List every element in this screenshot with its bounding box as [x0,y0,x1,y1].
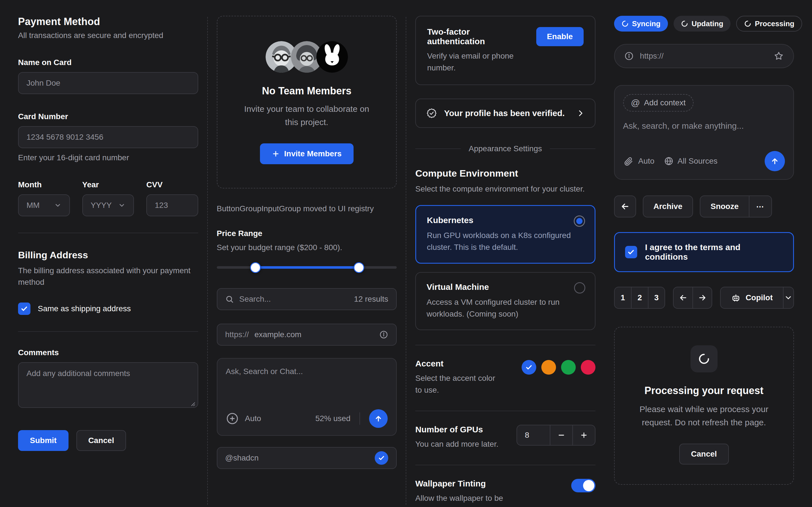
chat-usage-label: 52% used [315,414,350,423]
submit-button[interactable]: Submit [18,430,68,451]
plus-circle-icon[interactable] [226,412,239,425]
divider [415,411,596,411]
gpu-stepper: 8 [516,425,596,446]
arrow-right-icon [698,293,707,302]
search-results-count: 12 results [354,295,388,304]
accent-swatch-green[interactable] [561,360,576,375]
price-range-desc: Set your budget range ($200 - 800). [217,243,397,252]
info-icon[interactable] [379,330,388,339]
archive-button[interactable]: Archive [644,196,693,217]
paperclip-icon[interactable] [623,156,633,166]
enable-2fa-button[interactable]: Enable [536,27,583,46]
add-context-button[interactable]: @ Add context [623,94,694,112]
profile-verified-text: Your profile has been verified. [444,108,569,118]
prev-page-button[interactable] [673,287,693,308]
divider [415,345,596,345]
chat-input-card[interactable]: Ask, Search or Chat... Auto 52% used [217,358,397,436]
profile-verified-card[interactable]: Your profile has been verified. [415,99,596,128]
url-value: example.com [255,330,373,339]
gpu-decrement-button[interactable] [550,425,572,445]
accent-swatch-red[interactable] [581,360,596,375]
year-label: Year [82,180,134,189]
at-sign-icon: @ [631,98,640,108]
name-on-card-label: Name on Card [18,58,198,67]
comments-label: Comments [18,348,198,357]
copilot-dropdown-button[interactable] [783,287,794,308]
search-placeholder: Search... [239,295,349,304]
gpu-increment-button[interactable] [572,425,595,445]
invite-members-button[interactable]: Invite Members [260,144,354,164]
compute-environment-title: Compute Environment [415,168,596,179]
back-button[interactable] [614,195,636,217]
cancel-button[interactable]: Cancel [77,430,126,451]
month-select[interactable]: MM [18,194,70,216]
card-number-hint: Enter your 16-digit card number [18,153,198,162]
page-3-button[interactable]: 3 [648,287,665,308]
divider [18,233,198,233]
gpu-value[interactable]: 8 [517,425,550,445]
divider [415,465,596,465]
minus-icon [557,431,565,439]
resize-handle-icon[interactable] [189,400,195,406]
search-field[interactable]: Search... 12 results [217,288,397,310]
slider-thumb-max[interactable] [354,262,364,273]
page-1-button[interactable]: 1 [615,287,631,308]
accent-swatch-blue[interactable] [522,360,536,375]
ai-composer-card[interactable]: @ Add context Ask, search, or make anyth… [614,85,794,180]
more-options-button[interactable]: ⋯ [749,196,771,217]
mail-actions-row: Archive Snooze ⋯ [614,195,794,217]
wallpaper-tint-toggle[interactable] [571,479,596,492]
send-button[interactable] [765,151,785,171]
url-field[interactable]: https:// example.com [217,324,397,346]
info-icon[interactable] [624,51,634,61]
terms-checkbox[interactable] [625,246,637,258]
terms-agreement-card[interactable]: I agree to the terms and conditions [614,232,794,272]
page-2-button[interactable]: 2 [631,287,648,308]
empty-team-card: No Team Members Invite your team to coll… [217,16,397,188]
plus-icon [272,150,280,158]
composer-auto-label[interactable]: Auto [638,157,655,166]
snooze-button[interactable]: Snooze [700,196,749,217]
username-field[interactable]: @shadcn [217,447,397,469]
copilot-button[interactable]: Copilot [721,287,783,308]
comments-textarea[interactable] [18,362,198,408]
send-button[interactable] [369,409,388,428]
year-select[interactable]: YYYY [82,194,134,216]
settings-column: Two-factor authentication Verify via ema… [415,16,596,507]
payment-subtitle: All transactions are secure and encrypte… [18,31,198,40]
updating-badge: Updating [673,16,731,32]
badge-check-icon [426,108,437,119]
cvv-input[interactable] [146,194,198,216]
accent-swatch-orange[interactable] [541,360,556,375]
wallpaper-tint-label: Wallpaper Tinting [415,479,517,489]
page-number-group: 1 2 3 [614,287,665,309]
same-address-checkbox[interactable] [18,302,31,315]
star-icon[interactable] [774,51,784,61]
spinner-icon [621,20,629,27]
check-icon [20,305,28,313]
slider-thumb-min[interactable] [250,262,261,273]
billing-address-title: Billing Address [18,249,198,261]
gpu-label: Number of GPUs [415,425,499,434]
chevron-down-icon [118,202,125,209]
price-range-slider[interactable] [217,262,397,272]
slider-fill [255,266,359,269]
browser-url-bar[interactable]: https:// [614,44,794,68]
card-number-input[interactable] [18,126,198,148]
chat-auto-label[interactable]: Auto [245,414,261,423]
payment-title: Payment Method [18,16,198,27]
radio-card-kubernetes[interactable]: Kubernetes Run GPU workloads on a K8s co… [415,205,596,264]
component-showcase: Payment Method All transactions are secu… [0,0,812,507]
payment-form-column: Payment Method All transactions are secu… [18,16,198,507]
processing-request-card: Processing your request Please wait whil… [614,327,794,485]
snooze-button-group: Snooze ⋯ [700,195,772,217]
processing-cancel-button[interactable]: Cancel [679,444,729,464]
terms-label: I agree to the terms and conditions [645,242,783,262]
radio-card-virtual-machine[interactable]: Virtual Machine Access a VM configured c… [415,272,596,330]
radio-selected[interactable] [574,216,585,227]
team-empty-title: No Team Members [262,85,351,97]
name-on-card-input[interactable] [18,72,198,94]
radio-unselected[interactable] [574,282,585,293]
next-page-button[interactable] [693,287,712,308]
all-sources-button[interactable]: All Sources [664,156,718,166]
